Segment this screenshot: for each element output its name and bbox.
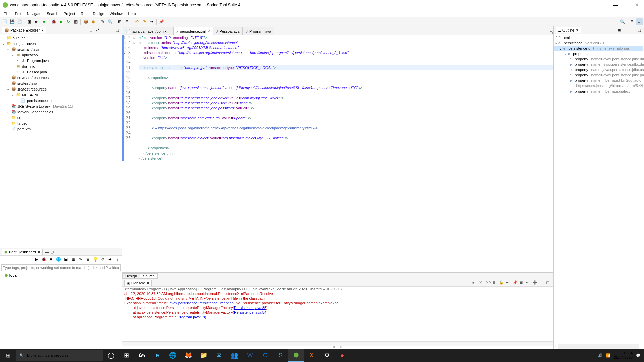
new-console-icon[interactable]: ➕ [533, 280, 538, 286]
tree-item[interactable]: Pessoa.java [27, 70, 47, 74]
editor-tab-program[interactable]: JProgram.java [243, 27, 274, 35]
run-icon[interactable]: ▶ [33, 256, 40, 263]
tree-item[interactable]: pom.xml [17, 127, 32, 131]
tree-item[interactable]: aulajpamaven [13, 42, 36, 46]
new-icon[interactable]: 📄 [1, 18, 8, 25]
maximize-editor-icon[interactable]: ▢ [549, 30, 553, 35]
minimize-view-icon[interactable]: — [108, 27, 113, 33]
settings-icon[interactable]: ⚙ [319, 349, 335, 362]
saveall-icon[interactable]: 📑 [16, 18, 23, 25]
maximize-view-icon[interactable]: ▢ [115, 27, 120, 33]
pin-icon[interactable]: 📌 [513, 280, 518, 286]
outline-item[interactable]: properties [573, 52, 589, 56]
save-icon[interactable]: 💾 [9, 18, 15, 25]
outline-item-selected[interactable]: ⌄e persistence-unit name=exemplo-jpa [554, 46, 643, 51]
filter-icon[interactable]: ▦ [70, 256, 76, 263]
tree-item[interactable]: persistence.xml [27, 99, 52, 103]
terminal-icon[interactable]: ▣ [26, 18, 33, 25]
outline-item[interactable]: property [575, 62, 588, 66]
package-explorer-tree[interactable]: 📁aulaJpa ⌄📂aulajpamaven ⌄📦src/main/java … [0, 34, 122, 248]
notifications-icon[interactable]: 💬 [636, 353, 641, 358]
add-icon[interactable]: ➜ [107, 256, 113, 263]
cortana-icon[interactable]: ⊞ [119, 349, 134, 362]
stop-icon[interactable]: ■ [48, 256, 54, 263]
outline-item[interactable]: property [575, 89, 588, 93]
menu-file[interactable]: File [1, 11, 12, 16]
refresh-icon[interactable]: ↻ [99, 256, 106, 263]
outline-item[interactable]: property [575, 78, 588, 82]
outline-tree[interactable]: ?-? xml ⌄e persistence version=2.1 ⌄e pe… [554, 34, 644, 344]
open-console-icon[interactable]: ▾ [526, 280, 531, 286]
clear-icon[interactable]: 🗑 [492, 280, 498, 286]
minimize-view-icon[interactable]: — [45, 250, 49, 254]
tag-icon[interactable]: 💡 [92, 256, 99, 263]
boot-dashboard-tab[interactable]: ⬢ Boot Dashboard ✕ [2, 249, 43, 255]
maximize-view-icon[interactable]: ▢ [637, 27, 642, 33]
tree-item[interactable]: Maven Dependencies [17, 110, 53, 114]
editor-tab-persistence[interactable]: xpersistence.xml✕ [173, 27, 213, 35]
boot-local[interactable]: local [9, 273, 18, 278]
outline-item[interactable]: property [575, 57, 588, 61]
close-icon[interactable]: ✕ [207, 29, 210, 33]
perspective-icon[interactable]: ⊞ [629, 18, 635, 25]
last-edit-icon[interactable]: ➜ [148, 18, 155, 25]
expand-icon[interactable]: ⊞ [85, 256, 91, 263]
globe-icon[interactable]: 🌐 [55, 256, 62, 263]
source-tab[interactable]: Source [140, 273, 158, 279]
menu-edit[interactable]: Edit [13, 11, 24, 16]
tree-item[interactable]: dominio [22, 64, 35, 68]
outline-item[interactable]: xml [564, 36, 570, 40]
minimize-button[interactable]: — [613, 2, 618, 8]
new-class-icon[interactable]: ◉ [90, 18, 96, 25]
design-tab[interactable]: Design [122, 273, 140, 279]
minimize-editor-icon[interactable]: — [546, 31, 549, 35]
pin-icon[interactable]: 📌 [158, 18, 165, 25]
search-icon[interactable]: 🔍 [107, 18, 113, 25]
taskbar-clock[interactable]: 10:5422/04/2020 [614, 351, 633, 360]
explorer-icon[interactable]: 📁 [196, 349, 211, 362]
stop-icon[interactable]: ● [41, 18, 47, 25]
wand-icon[interactable]: ✎ [99, 18, 106, 25]
outline-item[interactable]: https://docs.jboss.org/hibernate/orm/5.4… [576, 84, 644, 88]
debug-icon[interactable]: 🐞 [50, 18, 57, 25]
nav-icon[interactable]: ⊟ [124, 18, 130, 25]
edit-icon[interactable]: ✎ [77, 256, 84, 263]
stack-link[interactable]: Persistence.java:54 [234, 310, 266, 314]
maximize-view-icon[interactable]: ▢ [50, 250, 54, 254]
run-last-icon[interactable]: ↻ [65, 18, 72, 25]
maximize-view-icon[interactable]: ▢ [546, 280, 551, 286]
menu-search[interactable]: Search [44, 11, 61, 16]
tree-item[interactable]: META-INF [22, 93, 39, 97]
close-button[interactable]: ✕ [635, 2, 639, 8]
boot-dashboard-filter[interactable] [1, 264, 121, 271]
task-view-icon[interactable]: ◯ [103, 349, 119, 362]
link-editor-icon[interactable]: ⇄ [95, 27, 100, 33]
store-icon[interactable]: 🛍 [134, 349, 150, 362]
menu-project[interactable]: Project [61, 11, 77, 16]
scroll-right-icon[interactable]: › [639, 344, 644, 349]
tree-item[interactable]: aulaJpa [13, 36, 26, 40]
menu-icon[interactable]: ⁞ [114, 256, 121, 263]
word-icon[interactable]: W [242, 349, 258, 362]
close-icon[interactable]: ✕ [576, 28, 579, 33]
system-tray[interactable]: ˄ 🔊 📶 10:5422/04/2020 💬 [589, 351, 644, 360]
menu-window[interactable]: Window [107, 11, 125, 16]
h-scrollbar[interactable] [558, 344, 639, 349]
stack-link[interactable]: Program.java:18 [178, 315, 205, 319]
code-editor[interactable]: 1 2 3 4 5 6 7 8 9 10 11 12 13 14 15 16 1… [122, 35, 553, 272]
outline-item[interactable]: property [575, 73, 588, 77]
view-menu-icon[interactable]: ⁞ [623, 27, 629, 33]
skype-icon[interactable]: S [273, 349, 288, 362]
code-content[interactable]: <?xml version="1.0" encoding="UTF-8"?> <… [138, 35, 553, 272]
scroll-left-icon[interactable]: ‹ [554, 344, 558, 349]
debug-icon[interactable]: 🐞 [40, 256, 47, 263]
editor-tab-pom[interactable]: 📄aulajpamaven/pom.xml [123, 27, 173, 35]
taskbar-search[interactable]: 🔍Digite aqui para pesquisar [16, 350, 103, 361]
skip-icon[interactable]: ⏭ [33, 18, 40, 25]
tree-item[interactable]: Program.java [27, 59, 49, 63]
scroll-lock-icon[interactable]: 🔒 [499, 280, 504, 286]
menu-design[interactable]: Design [90, 11, 106, 16]
view-menu-icon[interactable]: ⁞ [101, 27, 107, 33]
console-output[interactable]: abr 22, 2020 10:37:30 AM org.hibernate.j… [122, 291, 553, 341]
spring-icon[interactable]: ⬢ [288, 349, 304, 362]
